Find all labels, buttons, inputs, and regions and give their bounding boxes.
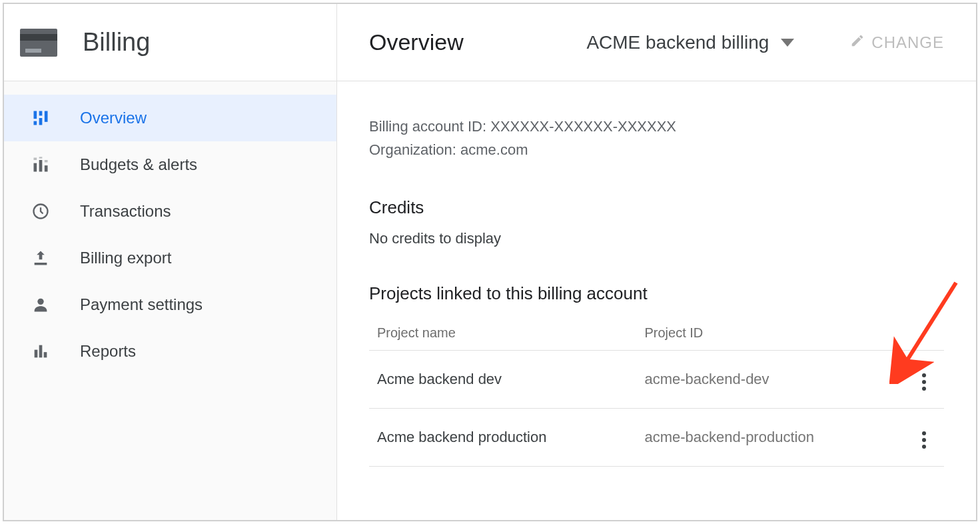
sidebar: Billing Overview Budgets & alerts Transa… [4, 4, 337, 520]
organization-value: acme.com [460, 141, 528, 158]
project-actions-menu[interactable] [918, 369, 930, 395]
sidebar-header: Billing [4, 4, 336, 81]
projects-col-id: Project ID [637, 316, 905, 351]
billing-card-icon [20, 29, 57, 57]
project-id: acme-backend-production [637, 409, 905, 467]
svg-rect-1 [39, 111, 43, 116]
person-icon [31, 295, 51, 315]
chevron-down-icon [781, 39, 794, 47]
svg-rect-12 [35, 263, 47, 265]
billing-account-id-line: Billing account ID: XXXXXX-XXXXXX-XXXXXX [369, 115, 944, 138]
svg-rect-7 [45, 165, 48, 171]
overview-body: Billing account ID: XXXXXX-XXXXXX-XXXXXX… [337, 81, 976, 467]
svg-rect-4 [39, 118, 43, 125]
svg-rect-2 [45, 111, 48, 122]
projects-table: Project name Project ID Acme backend dev… [369, 316, 944, 467]
upload-icon [31, 248, 51, 268]
sidebar-title: Billing [83, 28, 150, 57]
sidebar-item-payment-settings[interactable]: Payment settings [4, 281, 336, 328]
pencil-icon [850, 33, 865, 52]
budgets-icon [31, 155, 51, 175]
svg-rect-5 [34, 163, 37, 172]
sidebar-item-label: Budgets & alerts [80, 155, 197, 174]
clock-icon [31, 201, 51, 221]
project-name: Acme backend dev [369, 351, 637, 409]
app-frame: Billing Overview Budgets & alerts Transa… [3, 3, 977, 521]
main-header: Overview ACME backend billing CHANGE [337, 4, 976, 81]
sidebar-item-label: Overview [80, 109, 147, 127]
svg-rect-0 [34, 111, 37, 119]
billing-account-dropdown[interactable]: ACME backend billing [586, 32, 794, 53]
svg-rect-6 [39, 160, 43, 172]
dashboard-icon [31, 108, 51, 128]
svg-rect-3 [34, 121, 37, 125]
sidebar-item-label: Billing export [80, 249, 171, 267]
billing-account-id-label: Billing account ID: [369, 118, 486, 135]
project-id: acme-backend-dev [637, 351, 905, 409]
sidebar-item-reports[interactable]: Reports [4, 328, 336, 375]
svg-rect-14 [35, 350, 38, 358]
sidebar-item-label: Payment settings [80, 295, 203, 314]
page-title: Overview [369, 29, 464, 55]
projects-col-name: Project name [369, 316, 637, 351]
sidebar-item-overview[interactable]: Overview [4, 95, 336, 141]
svg-rect-10 [45, 160, 48, 163]
svg-rect-8 [34, 158, 37, 161]
change-label: CHANGE [871, 33, 944, 52]
projects-col-actions [904, 316, 944, 351]
sidebar-nav: Overview Budgets & alerts Transactions B… [4, 81, 336, 375]
svg-rect-15 [39, 345, 43, 358]
sidebar-item-budgets[interactable]: Budgets & alerts [4, 141, 336, 188]
organization-line: Organization: acme.com [369, 138, 944, 161]
billing-account-name: ACME backend billing [586, 32, 769, 53]
sidebar-item-transactions[interactable]: Transactions [4, 188, 336, 235]
sidebar-item-label: Transactions [80, 202, 171, 221]
credits-title: Credits [369, 197, 944, 218]
bar-chart-icon [31, 341, 51, 361]
svg-rect-16 [44, 352, 47, 357]
change-billing-account-button[interactable]: CHANGE [850, 33, 944, 52]
credits-empty: No credits to display [369, 230, 944, 247]
billing-account-id-value: XXXXXX-XXXXXX-XXXXXX [490, 118, 676, 135]
table-row: Acme backend dev acme-backend-dev [369, 351, 944, 409]
main: Overview ACME backend billing CHANGE Bil… [337, 4, 976, 520]
svg-rect-9 [39, 157, 43, 158]
table-row: Acme backend production acme-backend-pro… [369, 409, 944, 467]
sidebar-item-billing-export[interactable]: Billing export [4, 235, 336, 281]
project-actions-menu[interactable] [918, 427, 930, 453]
organization-label: Organization: [369, 141, 456, 158]
projects-header-row: Project name Project ID [369, 316, 944, 351]
sidebar-item-label: Reports [80, 342, 136, 361]
projects-title: Projects linked to this billing account [369, 283, 944, 304]
svg-point-13 [37, 299, 43, 305]
project-name: Acme backend production [369, 409, 637, 467]
